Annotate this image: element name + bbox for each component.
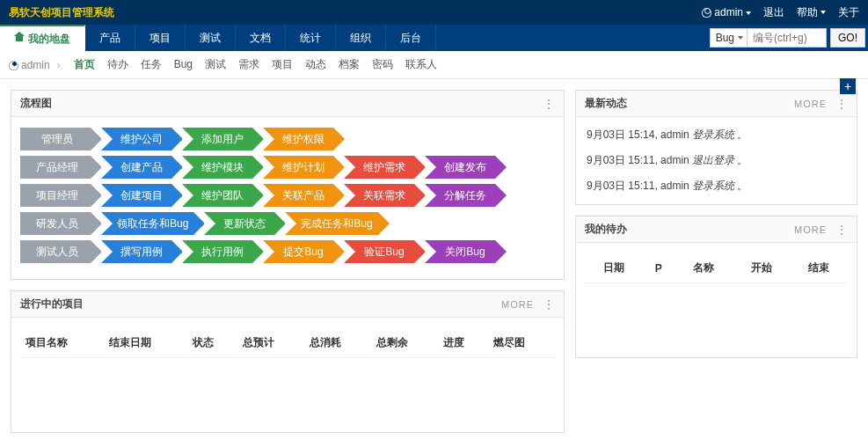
search-type-select[interactable]: Bug [710, 28, 748, 48]
top-right: admin 退出 帮助 关于 [702, 5, 859, 20]
flow-step[interactable]: 创建产品 [101, 156, 171, 179]
sub-nav: admin › 首页待办任务Bug测试需求项目动态档案密码联系人 [0, 51, 868, 79]
more-link[interactable]: MORE [794, 224, 827, 235]
col-header: 名称 [675, 253, 733, 283]
breadcrumb-user: admin [9, 59, 50, 71]
subnav-9[interactable]: 密码 [366, 55, 399, 74]
flow-step[interactable]: 分解任务 [425, 184, 495, 207]
panel-flow: 流程图 ⋮ 管理员维护公司添加用户维护权限产品经理创建产品维护模块维护计划维护需… [11, 90, 565, 280]
nav-tab-6[interactable]: 组织 [336, 25, 386, 51]
user-icon [702, 8, 711, 18]
flow-step[interactable]: 关闭Bug [425, 240, 495, 263]
flow-step[interactable]: 测试人员 [20, 240, 91, 263]
search-bar: Bug GO! [707, 25, 868, 51]
panel-menu-icon[interactable]: ⋮ [835, 223, 848, 237]
flow-step[interactable]: 管理员 [20, 128, 91, 150]
flow-step[interactable]: 维护团队 [182, 184, 252, 207]
subnav-3[interactable]: Bug [168, 55, 199, 74]
search-input[interactable] [748, 28, 827, 48]
home-icon [14, 34, 25, 43]
nav-tabs: 我的地盘产品项目测试文档统计组织后台 [0, 25, 436, 51]
breadcrumb-sep: › [57, 59, 61, 71]
flow-step[interactable]: 产品经理 [20, 156, 91, 179]
flow-step[interactable]: 创建项目 [101, 184, 171, 207]
flow-step[interactable]: 创建发布 [425, 156, 495, 179]
chevron-down-icon [821, 11, 826, 14]
more-link[interactable]: MORE [794, 99, 827, 109]
dashboard: 流程图 ⋮ 管理员维护公司添加用户维护权限产品经理创建产品维护模块维护计划维护需… [0, 79, 868, 440]
col-header: 日期 [585, 253, 643, 283]
help-menu[interactable]: 帮助 [797, 5, 826, 20]
col-header: 进度 [438, 328, 488, 358]
more-link[interactable]: MORE [501, 299, 534, 310]
nav-tab-4[interactable]: 文档 [236, 25, 286, 51]
nav-tab-7[interactable]: 后台 [386, 25, 436, 51]
col-header: 项目名称 [20, 328, 104, 358]
brand: 易软天创项目管理系统 [9, 5, 114, 20]
col-header: 结束日期 [104, 328, 187, 358]
flow-step[interactable]: 维护公司 [101, 128, 171, 150]
subnav-8[interactable]: 档案 [332, 55, 366, 74]
flow-step[interactable]: 添加用户 [182, 128, 252, 150]
flow-step[interactable]: 验证Bug [344, 240, 414, 263]
panel-menu-icon[interactable]: ⋮ [543, 297, 555, 312]
subnav-2[interactable]: 任务 [135, 55, 168, 74]
nav-tab-1[interactable]: 产品 [85, 25, 135, 51]
panel-todo: 我的待办 MORE⋮ 日期P名称开始结束 [575, 216, 857, 358]
col-header: 燃尽图 [488, 328, 555, 358]
col-header: 总预计 [237, 328, 304, 358]
nav-tab-3[interactable]: 测试 [186, 25, 236, 51]
panel-title: 流程图 [20, 96, 52, 111]
subnav-5[interactable]: 需求 [232, 55, 266, 74]
panel-title: 我的待办 [585, 222, 627, 237]
panel-title: 最新动态 [585, 96, 627, 111]
chevron-down-icon [746, 11, 751, 15]
panel-title: 进行中的项目 [20, 297, 84, 312]
flow-step[interactable]: 完成任务和Bug [285, 212, 377, 235]
flow-step[interactable]: 执行用例 [182, 240, 252, 263]
subnav-6[interactable]: 项目 [266, 55, 299, 74]
col-header: 状态 [187, 328, 237, 358]
activity-item: 9月03日 15:11, admin 登录系统 。 [587, 173, 846, 199]
user-menu[interactable]: admin [702, 6, 751, 18]
flow-step[interactable]: 维护模块 [182, 156, 252, 179]
search-go-button[interactable]: GO! [830, 28, 865, 48]
panel-menu-icon[interactable]: ⋮ [543, 97, 555, 111]
flow-step[interactable]: 维护权限 [263, 128, 333, 150]
subnav-10[interactable]: 联系人 [399, 55, 443, 74]
nav-tab-5[interactable]: 统计 [286, 25, 336, 51]
flow-step[interactable]: 提交Bug [263, 240, 333, 263]
activity-item: 9月03日 15:11, admin 退出登录 。 [587, 148, 846, 173]
flow-step[interactable]: 关联需求 [344, 184, 414, 207]
col-header: 结束 [790, 253, 848, 283]
col-header: P [643, 253, 675, 283]
panel-menu-icon[interactable]: ⋮ [835, 97, 848, 111]
subnav-7[interactable]: 动态 [299, 55, 332, 74]
flow-step[interactable]: 维护计划 [263, 156, 333, 179]
logout-link[interactable]: 退出 [763, 5, 784, 20]
about-link[interactable]: 关于 [838, 5, 859, 20]
subnav-0[interactable]: 首页 [68, 55, 101, 74]
col-header: 总剩余 [371, 328, 438, 358]
topbar: 易软天创项目管理系统 admin 退出 帮助 关于 [0, 0, 868, 25]
flow-step[interactable]: 研发人员 [20, 212, 91, 235]
flow-step[interactable]: 撰写用例 [101, 240, 171, 263]
flow-step[interactable]: 更新状态 [204, 212, 274, 235]
flow-step[interactable]: 维护需求 [344, 156, 414, 179]
projects-table: 项目名称结束日期状态总预计总消耗总剩余进度燃尽图 [20, 328, 555, 358]
add-panel-button[interactable]: + [840, 78, 856, 94]
activity-item: 9月03日 15:14, admin 登录系统 。 [587, 122, 846, 148]
subnav-1[interactable]: 待办 [101, 55, 135, 74]
subnav-4[interactable]: 测试 [199, 55, 232, 74]
col-header: 总消耗 [304, 328, 371, 358]
flow-step[interactable]: 领取任务和Bug [101, 212, 193, 235]
nav-tab-2[interactable]: 项目 [135, 25, 186, 51]
todo-table: 日期P名称开始结束 [585, 253, 848, 283]
panel-activity: 最新动态 MORE⋮ 9月03日 15:14, admin 登录系统 。9月03… [575, 90, 857, 205]
flow-step[interactable]: 关联产品 [263, 184, 333, 207]
main-nav: 我的地盘产品项目测试文档统计组织后台 Bug GO! [0, 25, 868, 51]
flow-step[interactable]: 项目经理 [20, 184, 91, 207]
panel-projects: 进行中的项目 MORE⋮ 项目名称结束日期状态总预计总消耗总剩余进度燃尽图 [11, 290, 565, 433]
nav-tab-0[interactable]: 我的地盘 [0, 25, 85, 51]
col-header: 开始 [733, 253, 791, 283]
